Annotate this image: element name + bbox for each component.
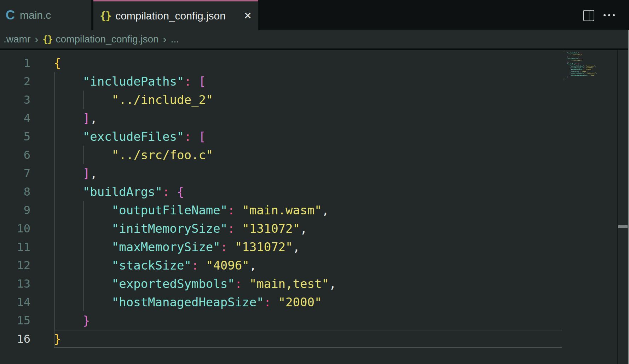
- code-line-text[interactable]: {: [54, 54, 61, 72]
- code-line-text[interactable]: ],: [54, 164, 97, 183]
- json-file-icon: {}: [100, 10, 111, 22]
- code-line[interactable]: 3 "../include_2": [0, 91, 562, 109]
- tab-compilation-config-json-label: compilation_config.json: [115, 10, 226, 22]
- code-line-text[interactable]: "../include_2": [54, 91, 213, 109]
- code-line[interactable]: 5 "excludeFiles": [: [0, 127, 562, 146]
- code-line[interactable]: }: [564, 78, 601, 80]
- line-number[interactable]: 15: [0, 311, 30, 330]
- tab-bar: C main.c {} compilation_config.json ✕: [0, 0, 629, 30]
- line-number[interactable]: 6: [0, 146, 30, 164]
- line-number[interactable]: 4: [0, 109, 30, 127]
- breadcrumb-item-file[interactable]: compilation_config.json: [56, 34, 159, 45]
- vscode-window: C main.c {} compilation_config.json ✕ .w…: [0, 0, 629, 364]
- line-number[interactable]: 14: [0, 293, 30, 311]
- code-line[interactable]: 6 "../src/foo.c": [0, 146, 562, 164]
- code-lines: 1{2 "includePaths": [3 "../include_2"4 ]…: [0, 50, 562, 348]
- line-number[interactable]: 16: [0, 330, 30, 348]
- code-line[interactable]: 4 ],: [0, 109, 562, 127]
- line-number[interactable]: 1: [0, 54, 30, 72]
- line-number[interactable]: 5: [0, 127, 30, 146]
- breadcrumb: .wamr › {} compilation_config.json › ...: [0, 30, 629, 48]
- line-number[interactable]: 12: [0, 256, 30, 275]
- line-number[interactable]: 9: [0, 201, 30, 219]
- tab-main-c-label: main.c: [20, 9, 51, 21]
- editor[interactable]: 1{2 "includePaths": [3 "../include_2"4 ]…: [0, 50, 629, 364]
- code-line[interactable]: 11 "maxMemorySize": "131072",: [0, 238, 562, 256]
- code-line-text[interactable]: "outputFileName": "main.wasm",: [54, 201, 329, 219]
- code-line-text[interactable]: }: [564, 78, 564, 80]
- code-line[interactable]: 8 "buildArgs": {: [0, 183, 562, 201]
- code-line-text[interactable]: "hostManagedHeapSize": "2000": [54, 293, 322, 311]
- line-number[interactable]: 13: [0, 275, 30, 293]
- line-number[interactable]: 11: [0, 238, 30, 256]
- line-number[interactable]: 10: [0, 219, 30, 238]
- code-line[interactable]: 2 "includePaths": [: [0, 72, 562, 91]
- json-file-icon: {}: [42, 34, 52, 45]
- line-number[interactable]: 7: [0, 164, 30, 183]
- split-editor-icon-divider: [589, 11, 589, 21]
- code-line-text[interactable]: "initMemorySize": "131072",: [54, 219, 307, 238]
- line-number[interactable]: 2: [0, 72, 30, 91]
- overview-ruler[interactable]: [618, 50, 629, 364]
- code-line[interactable]: 12 "stackSize": "4096",: [0, 256, 562, 275]
- code-line-text[interactable]: }: [54, 311, 90, 330]
- minimap[interactable]: { "includePaths": [ "../include_2" ], "e…: [564, 50, 617, 96]
- code-line-text[interactable]: ],: [54, 109, 97, 127]
- code-line[interactable]: 1{: [0, 54, 562, 72]
- code-line-text[interactable]: }: [54, 330, 61, 348]
- code-line[interactable]: 14 "hostManagedHeapSize": "2000": [0, 293, 562, 311]
- chevron-right-icon: ›: [35, 33, 38, 45]
- code-line-text[interactable]: "buildArgs": {: [54, 183, 184, 201]
- code-line-text[interactable]: "../src/foo.c": [54, 146, 213, 164]
- code-line-text[interactable]: "maxMemorySize": "131072",: [54, 238, 300, 256]
- code-line[interactable]: 10 "initMemorySize": "131072",: [0, 219, 562, 238]
- more-actions-icon[interactable]: [604, 14, 615, 16]
- code-line[interactable]: 7 ],: [0, 164, 562, 183]
- split-editor-icon[interactable]: [583, 10, 594, 21]
- code-line[interactable]: 16}: [0, 330, 562, 348]
- code-line-text[interactable]: "includePaths": [: [54, 72, 206, 91]
- line-number[interactable]: 3: [0, 91, 30, 109]
- code-line-text[interactable]: "exportedSymbols": "main,test",: [54, 275, 336, 293]
- breadcrumb-item-wamr[interactable]: .wamr: [4, 34, 30, 45]
- code-line[interactable]: 9 "outputFileName": "main.wasm",: [0, 201, 562, 219]
- code-line[interactable]: 15 }: [0, 311, 562, 330]
- code-line-text[interactable]: "excludeFiles": [: [54, 127, 206, 146]
- c-file-icon: C: [6, 8, 15, 23]
- line-number[interactable]: 8: [0, 183, 30, 201]
- tab-compilation-config-json[interactable]: {} compilation_config.json ✕: [93, 0, 258, 30]
- chevron-right-icon: ›: [163, 33, 167, 45]
- code-line[interactable]: 13 "exportedSymbols": "main,test",: [0, 275, 562, 293]
- cursor-position-marker: [618, 225, 628, 228]
- tab-main-c[interactable]: C main.c: [0, 0, 91, 30]
- code-line-text[interactable]: "hostManagedHeapSize": "2000": [564, 74, 595, 76]
- close-tab-icon[interactable]: ✕: [244, 10, 252, 22]
- breadcrumb-item-symbol[interactable]: ...: [171, 34, 179, 45]
- minimap-content: { "includePaths": [ "../include_2" ], "e…: [564, 50, 601, 80]
- code-line-text[interactable]: "stackSize": "4096",: [54, 256, 256, 275]
